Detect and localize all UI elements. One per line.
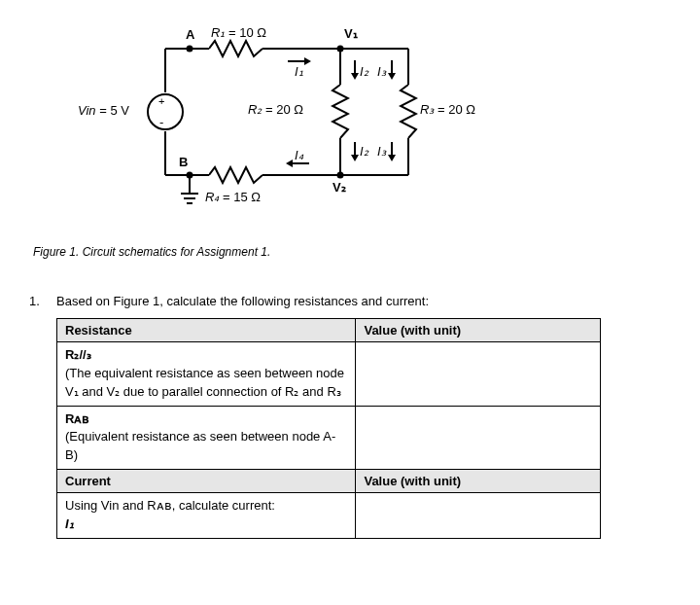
header-value-1: Value (with unit)	[356, 319, 601, 342]
label-r4: R₄ = 15 Ω	[205, 190, 261, 204]
label-i3-bot: I₃	[377, 144, 386, 159]
label-b: B	[179, 155, 188, 169]
label-r3: R₃ = 20 Ω	[420, 102, 475, 117]
label-r2: R₂ = 20 Ω	[248, 102, 303, 117]
label-r1: R₁ = 10 Ω	[211, 25, 266, 40]
svg-point-0	[148, 94, 183, 129]
resistor-r3	[399, 85, 418, 138]
question-prompt: Based on Figure 1, calculate the followi…	[56, 294, 429, 308]
r23-name: R₂//₃	[65, 346, 347, 365]
r23-value-cell[interactable]	[356, 342, 601, 407]
node-b-dot	[187, 172, 193, 179]
node-v1-dot	[337, 46, 344, 53]
table-row: R₂//₃ (The equivalent resistance as seen…	[57, 342, 601, 407]
rab-value-cell[interactable]	[356, 406, 601, 470]
i1-value-cell[interactable]	[356, 493, 601, 539]
voltage-source	[146, 92, 185, 131]
table-row: Rᴀʙ (Equivalent resistance as seen betwe…	[57, 406, 601, 470]
label-v1: V₁	[344, 26, 358, 41]
label-i4: I₄	[295, 148, 303, 162]
label-a: A	[186, 27, 194, 42]
source-minus: -	[159, 115, 163, 129]
current-desc: Using Vin and Rᴀʙ, calculate current:	[65, 497, 347, 516]
question-row: 1. Based on Figure 1, calculate the foll…	[29, 294, 671, 308]
node-v2-dot	[337, 172, 344, 179]
node-a-dot	[187, 46, 193, 53]
header-current: Current	[57, 470, 356, 493]
rab-name: Rᴀʙ	[65, 410, 347, 429]
label-i2-bot: I₂	[360, 144, 368, 159]
source-plus: +	[158, 95, 164, 107]
label-v2: V₂	[332, 180, 346, 195]
resistor-r1	[209, 39, 262, 58]
resistor-r2	[331, 85, 350, 138]
label-i2-top: I₂	[360, 64, 368, 79]
label-i3-top: I₃	[377, 64, 386, 79]
current-i1: I₁	[65, 516, 347, 534]
figure-caption: Figure 1. Circuit schematics for Assignm…	[33, 245, 671, 259]
resistor-r4	[209, 165, 262, 185]
header-resistance: Resistance	[57, 319, 356, 342]
page: + - A B V₁	[0, 0, 700, 605]
circuit-schematic: + - A B V₁	[88, 19, 496, 233]
header-value-2: Value (with unit)	[356, 470, 601, 493]
rab-desc: (Equivalent resistance as seen between n…	[65, 428, 347, 465]
question-number: 1.	[29, 294, 56, 308]
r23-desc: (The equivalent resistance as seen betwe…	[65, 365, 347, 402]
answer-table: Resistance Value (with unit) R₂//₃ (The …	[56, 318, 601, 539]
label-i1: I₁	[295, 64, 303, 79]
table-row: Using Vin and Rᴀʙ, calculate current: I₁	[57, 493, 601, 539]
label-vin: Vin = 5 V	[78, 103, 129, 118]
